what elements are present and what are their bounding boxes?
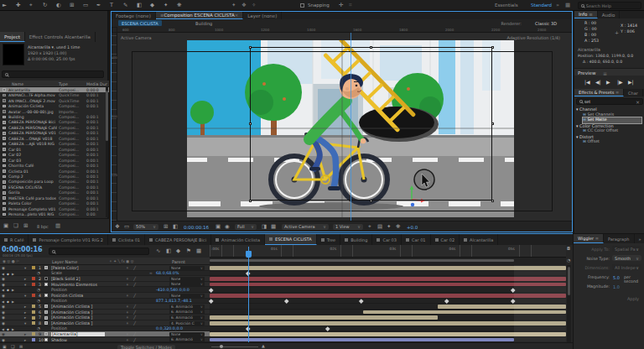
- expand-transfer-modes-icon[interactable]: ❏: [11, 345, 14, 349]
- column-media-duration[interactable]: Media Dur: [86, 82, 107, 86]
- marker-bin-icon[interactable]: ◘: [567, 247, 570, 251]
- workspace-more-icon[interactable]: »: [556, 3, 559, 8]
- frame-blending-icon[interactable]: ⚑: [186, 248, 191, 254]
- timeline-tab-ciclista-01[interactable]: Ciclista 01: [108, 234, 145, 245]
- motion-blur-icon[interactable]: ▦: [196, 248, 201, 254]
- next-keyframe-icon[interactable]: ▶: [12, 288, 14, 292]
- close-tab-icon[interactable]: ×: [235, 13, 239, 18]
- parent-dropdown[interactable]: None∨: [169, 266, 205, 270]
- tab-composition-escena-ciclista[interactable]: ≡ Composition ESCENA CICLISTA ×: [156, 12, 243, 19]
- brush-tool-icon[interactable]: ✎: [123, 3, 127, 8]
- layer-row[interactable]: ◉▾4Posición Ciclista⚬ ╱None∨: [0, 293, 573, 299]
- visibility-eye-icon[interactable]: ◉: [2, 294, 5, 298]
- wiggler-value[interactable]: 1.0: [613, 284, 620, 289]
- work-area-bar[interactable]: [210, 259, 514, 262]
- timeline-tab-escena-ciclista[interactable]: ESCENA CICLISTA: [265, 234, 317, 245]
- link-icon[interactable]: ∞: [149, 271, 153, 275]
- draft-3d-icon[interactable]: ◧: [166, 248, 171, 254]
- character-tool-1-icon[interactable]: ✦: [231, 3, 236, 8]
- timeline-button-icon[interactable]: ✦: [387, 224, 391, 230]
- project-search-input[interactable]: [10, 72, 101, 77]
- label-color-swatch[interactable]: [32, 338, 35, 341]
- wiggler-apply-button[interactable]: Apply: [627, 296, 639, 301]
- track[interactable]: [210, 326, 566, 332]
- row-header[interactable]: ◀◆▶◔Position0.0,320.0,0.0: [0, 326, 210, 332]
- layer-name[interactable]: Shadow: [51, 338, 105, 342]
- layer-row[interactable]: ◉▸9[Alcantarilla]⚬ ╱None∨: [0, 331, 573, 337]
- transparency-grid-icon[interactable]: ▦: [271, 224, 276, 230]
- play-button[interactable]: ▶: [606, 79, 610, 85]
- hide-shy-icon[interactable]: ◆: [176, 248, 180, 254]
- snapping-checkbox[interactable]: [300, 3, 304, 8]
- row-header[interactable]: ◉▾8[Animación Ciclista ]⚬ ╱4. Posición C…: [0, 320, 210, 326]
- pasteboard[interactable]: Active Camera Adaptive Resolution (1/4): [117, 33, 572, 221]
- resolution-dropdown[interactable]: Full∨: [235, 224, 257, 230]
- comp-tab-building[interactable]: Building: [192, 21, 216, 27]
- label-color-swatch[interactable]: [32, 266, 35, 269]
- layer-row[interactable]: ◉▾8[Animación Ciclista ]⚬ ╱4. Posición C…: [0, 320, 573, 326]
- visibility-eye-icon[interactable]: ◉: [2, 332, 5, 336]
- layer-row[interactable]: ◉▸5[Animación Ciclista ]⚬ ╱6. Animació∨: [0, 304, 573, 310]
- track[interactable]: [210, 331, 566, 337]
- row-header[interactable]: ◉▸6[Animación Ciclista ]⚬ ╱6. Animació∨: [0, 310, 210, 315]
- timeline-zoom-slider[interactable]: [211, 346, 258, 347]
- timeline-tab-alcantarilla[interactable]: Alcantarilla: [460, 234, 498, 245]
- visibility-eye-icon[interactable]: ◉: [2, 266, 5, 270]
- keyframe[interactable]: [284, 299, 288, 303]
- parent-dropdown[interactable]: 6. Animació∨: [169, 337, 205, 341]
- label-color-swatch[interactable]: [32, 277, 35, 280]
- roto-brush-tool-icon[interactable]: ✦: [164, 3, 168, 8]
- track[interactable]: [210, 287, 566, 293]
- roi-icon[interactable]: ◨: [262, 224, 267, 230]
- panel-more-icon[interactable]: »: [635, 234, 644, 243]
- layer-row[interactable]: ◉▾1[Paleta Color]⚬ ╱None∨: [0, 265, 573, 271]
- track[interactable]: [210, 304, 566, 310]
- track[interactable]: [210, 315, 566, 320]
- property-value[interactable]: 68.0,68.0%: [156, 271, 179, 275]
- timeline-tab-cabeza-personaje-bici[interactable]: CABEZA PERSONAJE Bici: [145, 234, 211, 245]
- eraser-tool-icon[interactable]: ◆: [150, 3, 154, 8]
- row-header[interactable]: ◀◆▶◔Position877.1,813.7,-48.1: [0, 299, 210, 305]
- next-keyframe-icon[interactable]: ▶: [12, 300, 14, 304]
- tab-project[interactable]: Project: [0, 32, 25, 42]
- label-color-swatch[interactable]: [32, 321, 35, 325]
- mask-tool-icon[interactable]: ✛: [339, 3, 343, 8]
- row-header[interactable]: ◉▾3Movimiento Elementos⚬ ╱None∨: [0, 282, 210, 288]
- next-frame-button[interactable]: |▶: [617, 79, 623, 85]
- twirl-icon[interactable]: ▸: [24, 332, 26, 336]
- visibility-eye-icon[interactable]: ◉: [2, 321, 5, 326]
- clone-stamp-tool-icon[interactable]: ◧: [137, 3, 142, 8]
- playhead-line[interactable]: [248, 247, 249, 342]
- tab-layer-none-[interactable]: Layer (none): [243, 12, 282, 19]
- twirl-icon[interactable]: ▸: [24, 338, 26, 342]
- duration-bar[interactable]: [210, 294, 566, 298]
- column-layer-name[interactable]: Layer Name: [52, 259, 77, 264]
- duration-bar[interactable]: [210, 321, 566, 326]
- property-value[interactable]: -410.0,540.0,0.0: [156, 288, 190, 292]
- parent-dropdown[interactable]: 4. Posición C∨: [169, 321, 205, 326]
- label-color-swatch[interactable]: [32, 332, 35, 336]
- tab-effects-presets[interactable]: Effects & Presets ≡: [574, 89, 624, 96]
- stopwatch-icon[interactable]: ◔: [37, 326, 40, 331]
- duration-bar[interactable]: [210, 338, 514, 342]
- keyframe[interactable]: [325, 326, 330, 331]
- timeline-search[interactable]: [49, 247, 149, 255]
- track[interactable]: [210, 320, 566, 326]
- keyframe[interactable]: [210, 288, 214, 292]
- duration-bar[interactable]: [210, 332, 566, 336]
- hand-tool-icon[interactable]: ✚: [16, 3, 20, 8]
- timeline-tab-animaci-n-ciclista[interactable]: Animación Ciclista: [211, 234, 265, 245]
- show-channel-icon[interactable]: ◉: [225, 224, 230, 230]
- grid-guides-icon[interactable]: ⊞: [164, 224, 168, 230]
- expand-in-out-icon[interactable]: ⊞: [19, 345, 23, 349]
- zoom-slider-knob[interactable]: [220, 345, 223, 348]
- track[interactable]: [210, 293, 566, 299]
- row-header[interactable]: ◉▾4Posición Ciclista⚬ ╱None∨: [0, 293, 210, 299]
- twirl-icon[interactable]: ▾: [24, 294, 26, 298]
- visibility-eye-icon[interactable]: ◉: [2, 277, 5, 281]
- keyframe-diamond-icon[interactable]: ◆: [7, 272, 9, 276]
- always-preview-icon[interactable]: ❖: [115, 224, 120, 230]
- prev-keyframe-icon[interactable]: ◀: [2, 272, 4, 276]
- magnification-icon[interactable]: ▭: [124, 224, 129, 230]
- column-parent[interactable]: Parent: [172, 259, 185, 264]
